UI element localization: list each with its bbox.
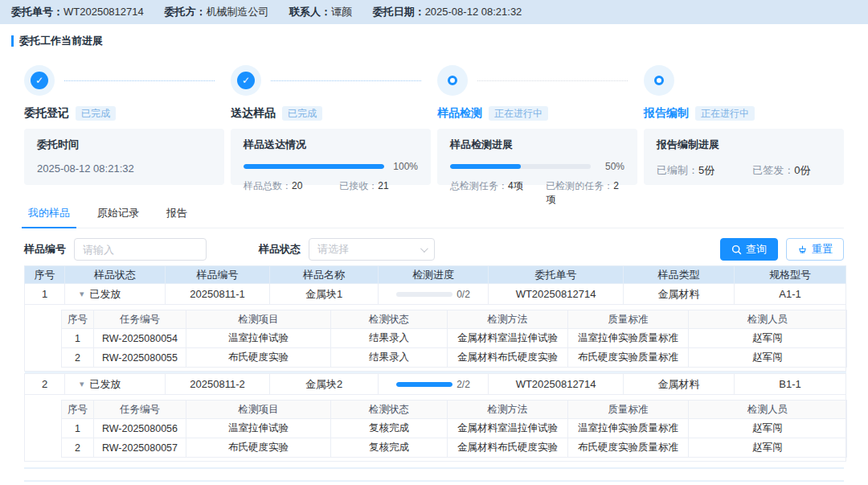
step-circle-done: ✓	[24, 65, 55, 96]
sample-code-input[interactable]	[74, 238, 207, 261]
step-circle-active	[644, 65, 674, 96]
date-pair: 委托日期：2025-08-12 08:21:32	[373, 6, 522, 18]
step-testing: 样品检测 正在进行中	[437, 64, 637, 122]
contact-label: 联系人：	[289, 6, 331, 18]
col-tester: 检测人员	[689, 310, 847, 329]
task-row: 2 RW-2025080055 布氏硬度实验 结果录入 金属材料布氏硬度实验 布…	[62, 348, 847, 368]
order-summary-bar: 委托单号：WT20250812714 委托方：机械制造公司 联系人：谭颜 委托日…	[0, 0, 868, 24]
col-sample-name: 样品名称	[270, 266, 379, 284]
search-button-label: 查询	[746, 242, 767, 257]
step-registration: ✓ 委托登记 已完成	[24, 64, 224, 122]
step-circle-done: ✓	[231, 65, 261, 96]
stat-value: 0份	[794, 164, 810, 176]
progress-steps: ✓ 委托登记 已完成 ✓ 送达样品 已完成 样品检测	[24, 64, 844, 122]
col-tester: 检测人员	[689, 401, 847, 419]
test-method: 金属材料布氏硬度实验	[448, 438, 568, 458]
section-title-progress: 委托工作当前进展	[11, 34, 868, 48]
task-seq: 1	[62, 419, 94, 438]
step-title-registration: 委托登记	[24, 106, 69, 121]
task-table-sample-1: 序号 任务编号 检测项目 检测状态 检测方法 质量标准 检测人员	[61, 310, 847, 368]
step-connector	[684, 80, 834, 81]
task-table-header: 序号 任务编号 检测项目 检测状态 检测方法 质量标准 检测人员	[62, 310, 847, 329]
step-badge-testing: 正在进行中	[489, 106, 548, 121]
client-pair: 委托方：机械制造公司	[164, 6, 268, 18]
col-test-status: 检测状态	[331, 310, 448, 329]
quality-standard: 温室拉伸实验质量标准	[568, 419, 689, 438]
col-spec-model: 规格型号	[735, 266, 846, 284]
test-method: 金属材料布氏硬度实验	[448, 348, 568, 368]
page-bottom-divider	[24, 480, 844, 482]
reset-button-label: 重置	[812, 242, 833, 257]
table-bottom-divider	[24, 467, 844, 469]
card-sample-delivery: 样品送达情况 100% 样品总数：20 已接收：21	[231, 129, 431, 185]
card-title: 委托时间	[37, 138, 211, 152]
stat-value: 5份	[698, 164, 714, 176]
delivery-progress: 100%	[244, 161, 418, 172]
check-icon: ✓	[35, 75, 43, 86]
step-title-testing: 样品检测	[437, 106, 482, 121]
task-seq: 1	[62, 329, 94, 348]
tab-original-records[interactable]: 原始记录	[96, 206, 141, 228]
sample-code: 20250811-1	[166, 284, 270, 305]
reset-button[interactable]: 重置	[786, 238, 844, 261]
sample-2-tasks-row: 序号 任务编号 检测项目 检测状态 检测方法 质量标准 检测人员	[25, 395, 846, 462]
sample-status-select[interactable]: 请选择	[309, 238, 435, 261]
col-sample-type: 样品类型	[624, 266, 735, 284]
step-connector	[64, 80, 215, 81]
stat-label: 已接收：	[339, 180, 378, 191]
stat-label: 总检测任务：	[450, 180, 508, 191]
sample-seq: 2	[25, 374, 65, 395]
tab-my-samples[interactable]: 我的样品	[27, 206, 72, 228]
sample-order-no: WT20250812714	[489, 374, 624, 395]
stat-label: 样品总数：	[244, 180, 292, 191]
task-no: RW-2025080056	[94, 419, 186, 438]
card-title: 样品检测进展	[450, 138, 624, 152]
date-value: 2025-08-12 08:21:32	[425, 6, 522, 18]
step-title-delivery: 送达样品	[231, 106, 276, 121]
sample-progress: 0/2	[379, 289, 488, 300]
tester: 赵军闯	[689, 438, 847, 458]
step-badge-delivery: 已完成	[282, 106, 322, 121]
col-test-status: 检测状态	[331, 401, 448, 419]
samples-table-wrap: 序号 样品状态 样品编号 样品名称 检测进度 委托单号 样品类型 规格型号 1 …	[24, 265, 844, 462]
card-sample-testing: 样品检测进展 50% 总检测任务：4项 已检测的任务：2项	[437, 129, 637, 185]
collapse-caret-icon[interactable]: ▾	[80, 379, 84, 389]
sample-1-tasks-row: 序号 任务编号 检测项目 检测状态 检测方法 质量标准 检测人员	[25, 305, 846, 372]
search-icon	[731, 245, 742, 255]
col-test-progress: 检测进度	[379, 266, 489, 284]
tab-reports[interactable]: 报告	[165, 206, 189, 228]
task-row: 2 RW-2025080057 布氏硬度实验 复核完成 金属材料布氏硬度实验 布…	[62, 438, 847, 458]
sample-status-label: 样品状态	[259, 242, 301, 257]
task-seq: 2	[62, 348, 94, 368]
test-method: 金属材料室温拉伸试验	[448, 329, 568, 348]
progress-fill	[450, 164, 521, 169]
quality-standard: 布氏硬度实验质量标准	[568, 348, 689, 368]
stat-value: 21	[378, 180, 388, 191]
samples-table: 序号 样品状态 样品编号 样品名称 检测进度 委托单号 样品类型 规格型号 1 …	[24, 265, 846, 462]
col-seq: 序号	[25, 266, 65, 284]
col-test-item: 检测项目	[186, 310, 331, 329]
sample-seq: 1	[25, 284, 65, 305]
search-button[interactable]: 查询	[720, 238, 778, 261]
test-status: 复核完成	[331, 419, 448, 438]
task-no: RW-2025080055	[94, 348, 186, 368]
stat-label: 已签发：	[752, 164, 794, 176]
step-badge-report: 正在进行中	[695, 106, 755, 121]
sample-row-1[interactable]: 1 ▾已发放 20250811-1 金属块1 0/2 WT20250812714…	[25, 284, 846, 305]
sample-spec: B1-1	[735, 374, 846, 395]
ring-icon	[654, 76, 664, 85]
sample-type: 金属材料	[624, 374, 735, 395]
col-test-method: 检测方法	[448, 401, 568, 419]
collapse-caret-icon[interactable]: ▾	[80, 289, 84, 299]
brush-icon	[797, 245, 808, 255]
samples-table-header: 序号 样品状态 样品编号 样品名称 检测进度 委托单号 样品类型 规格型号	[25, 266, 846, 284]
test-method: 金属材料室温拉伸试验	[448, 419, 568, 438]
test-item: 温室拉伸试验	[186, 329, 331, 348]
col-order-no: 委托单号	[489, 266, 624, 284]
contact-value: 谭颜	[331, 6, 352, 18]
select-placeholder: 请选择	[317, 242, 349, 257]
date-label: 委托日期：	[373, 6, 425, 18]
col-task-seq: 序号	[62, 401, 94, 419]
test-item: 布氏硬度实验	[186, 438, 331, 458]
sample-row-2[interactable]: 2 ▾已发放 20250811-2 金属块2 2/2 WT20250812714…	[25, 374, 846, 395]
